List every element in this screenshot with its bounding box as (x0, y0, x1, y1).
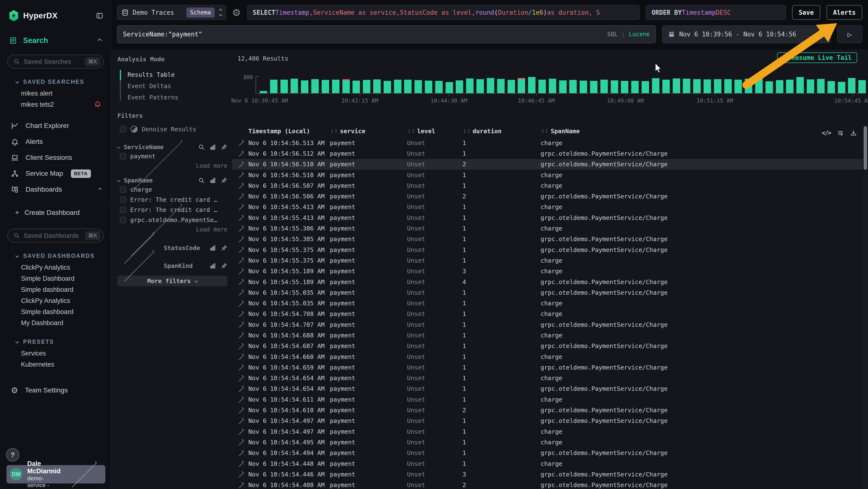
table-row[interactable]: Nov 6 10:54:54.708 AMpaymentUnset1charge (232, 309, 863, 319)
chart-bar[interactable] (621, 81, 628, 93)
chart-bar[interactable] (580, 81, 587, 93)
alerts-button[interactable]: Alerts (827, 5, 862, 20)
preset-item[interactable]: Kubernetes (0, 359, 111, 370)
chart-bar[interactable] (404, 80, 411, 93)
save-button[interactable]: Save (792, 5, 820, 20)
chart-bar[interactable] (714, 79, 721, 93)
filter-option-payment[interactable]: payment (117, 151, 227, 161)
sql-mode-toggle[interactable]: SQL (607, 31, 618, 38)
saved-dashboards-header[interactable]: SAVED DASHBOARDS (0, 252, 111, 259)
chart-bar[interactable] (642, 81, 649, 93)
expand-row-icon[interactable] (237, 362, 244, 373)
expand-row-icon[interactable] (237, 330, 244, 341)
search-icon[interactable] (198, 177, 205, 184)
chart-bar[interactable] (745, 79, 752, 93)
bar-chart-icon[interactable] (210, 245, 216, 251)
bar-chart-icon[interactable] (210, 263, 216, 269)
data-source-select[interactable]: Demo Traces Schema (117, 5, 226, 20)
table-row[interactable]: Nov 6 10:54:54.408 AMpaymentUnset2grpc.o… (232, 480, 863, 489)
chart-bar[interactable] (425, 81, 432, 93)
denoise-results-option[interactable]: Denoise Results (117, 125, 227, 133)
column-header-service[interactable]: ⋮⋮service (330, 128, 407, 135)
table-row[interactable]: Nov 6 10:54:54.660 AMpaymentUnset1charge (232, 351, 863, 362)
expand-row-icon[interactable] (237, 223, 244, 234)
table-row[interactable]: Nov 6 10:54:56.507 AMpaymentUnset1charge (232, 180, 863, 191)
pin-icon[interactable] (221, 177, 227, 184)
source-settings-gear-icon[interactable]: ⚙ (232, 7, 241, 18)
table-row[interactable]: Nov 6 10:54:55.035 AMpaymentUnset1charge (232, 298, 863, 309)
expand-row-icon[interactable] (237, 180, 244, 191)
checkbox[interactable] (120, 126, 126, 133)
table-row[interactable]: Nov 6 10:54:54.494 AMpaymentUnset1grpc.o… (232, 448, 863, 458)
table-row[interactable]: Nov 6 10:54:54.446 AMpaymentUnset3grpc.o… (232, 469, 863, 480)
sidebar-item-client-sessions[interactable]: Client Sessions (0, 150, 111, 166)
chart-bar[interactable] (466, 79, 473, 93)
chart-bar[interactable] (373, 79, 381, 93)
sidebar-item-service-map[interactable]: Service Map BETA (0, 166, 111, 181)
table-row[interactable]: Nov 6 10:54:55.189 AMpaymentUnset3charge (232, 266, 863, 277)
table-row[interactable]: Nov 6 10:54:54.687 AMpaymentUnset1grpc.o… (232, 341, 863, 351)
saved-searches-input[interactable]: Saved Searches ⌘K (7, 55, 104, 68)
table-row[interactable]: Nov 6 10:54:55.385 AMpaymentUnset1grpc.o… (232, 234, 863, 244)
chart-bar[interactable] (559, 80, 567, 93)
table-row[interactable]: Nov 6 10:54:56.512 AMpaymentUnset1grpc.o… (232, 148, 863, 159)
chart-bar[interactable] (322, 80, 329, 93)
chart-bar[interactable] (848, 78, 856, 93)
chart-bar[interactable] (352, 81, 360, 93)
sidebar-item-dashboards[interactable]: Dashboards (0, 181, 111, 197)
dashboard-item[interactable]: ClickPy Analytics (0, 262, 111, 273)
expand-row-icon[interactable] (237, 309, 244, 319)
expand-row-icon[interactable] (237, 298, 244, 309)
chart-bar[interactable] (363, 80, 370, 93)
chart-bar[interactable] (476, 79, 484, 93)
table-row[interactable]: Nov 6 10:54:54.497 AMpaymentUnset1grpc.o… (232, 415, 863, 426)
presets-header[interactable]: PRESETS (0, 338, 111, 345)
expand-row-icon[interactable] (237, 448, 244, 458)
chart-bar[interactable] (704, 79, 711, 93)
search-query-input[interactable]: ServiceName:"payment" SQL | Lucene (117, 25, 656, 43)
chart-bar[interactable] (538, 80, 546, 93)
chart-bar[interactable] (528, 77, 535, 93)
table-row[interactable]: Nov 6 10:54:54.707 AMpaymentUnset1grpc.o… (232, 319, 863, 330)
expand-row-icon[interactable] (237, 458, 244, 469)
pin-icon[interactable] (221, 263, 227, 269)
chart-bar[interactable] (311, 79, 319, 93)
chart-bar[interactable] (456, 80, 463, 93)
chart-bar[interactable] (796, 77, 804, 93)
expand-row-icon[interactable] (237, 255, 244, 266)
collapse-sidebar-icon[interactable] (96, 12, 103, 19)
expand-row-icon[interactable] (237, 138, 244, 148)
table-row[interactable]: Nov 6 10:54:54.495 AMpaymentUnset1charge (232, 437, 863, 448)
scrollbar-thumb[interactable] (864, 126, 867, 170)
drag-handle-icon[interactable]: ⋮⋮ (330, 128, 338, 134)
scrollbar-track[interactable] (863, 124, 868, 489)
chart-bar[interactable] (301, 80, 308, 93)
expand-row-icon[interactable] (237, 319, 244, 330)
chart-bar[interactable] (332, 80, 340, 93)
expand-row-icon[interactable] (237, 234, 244, 244)
expand-row-icon[interactable] (237, 202, 244, 212)
chart-bar[interactable] (569, 80, 577, 93)
chart-bar[interactable] (394, 80, 401, 93)
chart-bar[interactable] (786, 80, 794, 93)
checkbox[interactable] (120, 153, 126, 160)
chart-bar[interactable] (590, 81, 597, 93)
expand-row-icon[interactable] (237, 266, 244, 277)
team-settings-button[interactable]: ⚙ Team Settings (0, 385, 111, 395)
chart-bar[interactable] (673, 79, 680, 93)
table-row[interactable]: Nov 6 10:54:56.506 AMpaymentUnset2grpc.o… (232, 191, 863, 202)
table-row[interactable]: Nov 6 10:54:55.035 AMpaymentUnset1grpc.o… (232, 287, 863, 298)
expand-row-icon[interactable] (237, 426, 244, 437)
expand-row-icon[interactable] (237, 351, 244, 362)
table-row[interactable]: Nov 6 10:54:54.659 AMpaymentUnset1grpc.o… (232, 362, 863, 373)
expand-row-icon[interactable] (237, 437, 244, 448)
chart-bar[interactable] (631, 81, 639, 93)
table-row[interactable]: Nov 6 10:54:56.510 AMpaymentUnset1charge (232, 170, 863, 180)
sidebar-item-alerts[interactable]: Alerts (0, 134, 111, 150)
dashboard-item[interactable]: My Dashboard (0, 317, 111, 328)
chart-bar[interactable] (755, 78, 763, 93)
expand-row-icon[interactable] (237, 170, 244, 180)
expand-row-icon[interactable] (237, 159, 244, 170)
filter-option-error1[interactable]: Error: The credit card … (117, 195, 227, 205)
chart-bar[interactable] (414, 80, 422, 93)
